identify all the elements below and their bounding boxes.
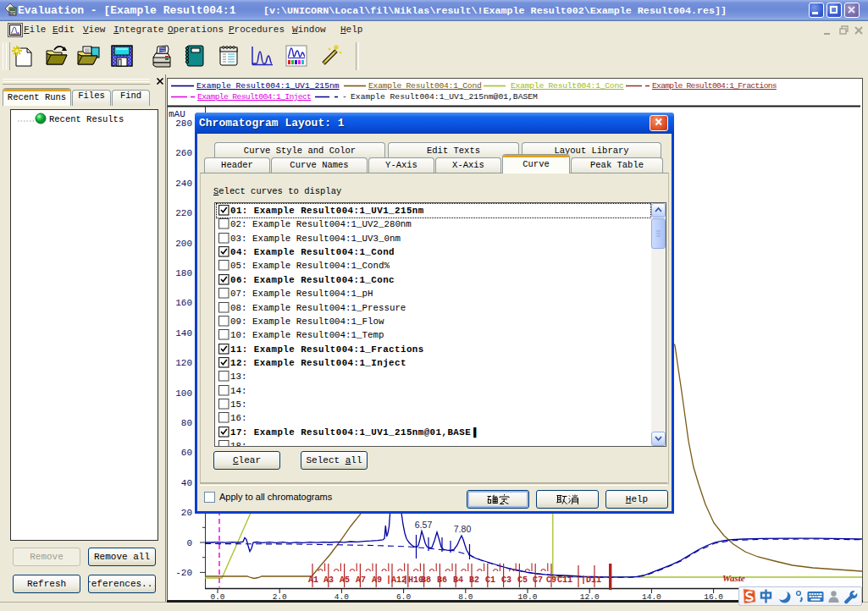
svg-text:14.0: 14.0 [642, 592, 661, 601]
svg-text:160: 160 [175, 298, 192, 308]
svg-text:10.0: 10.0 [518, 592, 538, 601]
svg-text:mAU: mAU [169, 109, 185, 119]
svg-text:B4: B4 [453, 575, 463, 585]
svg-text:0: 0 [186, 538, 192, 548]
svg-text:120: 120 [175, 358, 192, 368]
svg-text:8.0: 8.0 [458, 592, 473, 601]
svg-text:260: 260 [175, 148, 192, 158]
svg-text:B8: B8 [421, 575, 431, 585]
svg-text:240: 240 [175, 179, 192, 189]
svg-text:200: 200 [175, 239, 192, 249]
svg-text:280: 280 [175, 118, 192, 129]
svg-text:B6: B6 [437, 575, 447, 585]
svg-text:7.80: 7.80 [454, 524, 472, 534]
svg-text:B2: B2 [469, 575, 479, 585]
svg-text:A1: A1 [308, 575, 318, 585]
svg-text:12.0: 12.0 [580, 592, 600, 601]
svg-text:C11: C11 [557, 575, 572, 585]
svg-text:4.0: 4.0 [334, 592, 349, 601]
svg-text:80: 80 [181, 418, 192, 428]
svg-text:C1: C1 [485, 575, 495, 585]
svg-text:100: 100 [175, 388, 192, 399]
svg-text:180: 180 [175, 268, 192, 278]
svg-text:A7: A7 [356, 575, 366, 585]
svg-text:40: 40 [181, 478, 192, 488]
svg-text:Waste: Waste [722, 573, 745, 583]
svg-text:A9: A9 [372, 575, 382, 585]
svg-text:|D11: |D11 [581, 575, 601, 585]
svg-text:60: 60 [181, 448, 192, 458]
svg-text:6.57: 6.57 [415, 520, 433, 530]
svg-text:C7: C7 [533, 575, 543, 585]
svg-text:20: 20 [181, 508, 192, 518]
svg-text:-20: -20 [175, 568, 192, 578]
svg-text:140: 140 [175, 328, 192, 339]
svg-text:2.0: 2.0 [273, 592, 287, 601]
svg-text:16.0: 16.0 [704, 592, 723, 601]
svg-text:0.0: 0.0 [210, 592, 224, 601]
svg-text:6.0: 6.0 [396, 592, 411, 601]
svg-text:220: 220 [175, 208, 192, 218]
svg-text:C3: C3 [501, 575, 511, 585]
